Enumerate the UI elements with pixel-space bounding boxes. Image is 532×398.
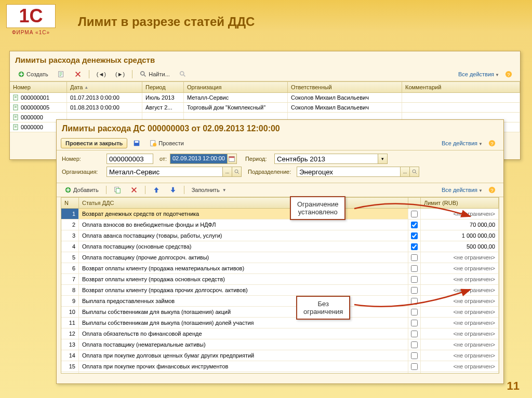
fill-button[interactable]: Заполнить▼ bbox=[188, 185, 230, 195]
nav-prev-button[interactable]: (◄) bbox=[93, 70, 110, 79]
limit-checkbox[interactable] bbox=[411, 331, 418, 337]
period-picker-button[interactable]: ▾ bbox=[378, 154, 388, 164]
row-number: 7 bbox=[61, 274, 79, 284]
limit-checkbox[interactable] bbox=[411, 320, 418, 326]
detail-help-button[interactable]: ? bbox=[485, 138, 499, 148]
all-actions-link[interactable]: Все действия▼ bbox=[458, 71, 499, 77]
article-row[interactable]: 6Возврат оплаты клиенту (продажа нематер… bbox=[61, 263, 499, 274]
limit-checkbox[interactable] bbox=[411, 352, 418, 359]
row-article: Оплата поставщику (нематериальные активы… bbox=[79, 339, 408, 350]
copy-icon bbox=[114, 186, 121, 194]
help-icon: ? bbox=[488, 140, 496, 147]
article-row[interactable]: 16Перечисление вклада в совместное предп… bbox=[61, 372, 499, 374]
col-date[interactable]: Дата▲ bbox=[67, 82, 142, 92]
article-row[interactable]: 4Оплата поставщику (основные средства)50… bbox=[61, 241, 499, 252]
grid-help-button[interactable]: ? bbox=[485, 185, 499, 195]
save-icon bbox=[133, 140, 140, 147]
add-row-button[interactable]: Добавить bbox=[61, 185, 102, 195]
col-comment[interactable]: Комментарий bbox=[402, 82, 520, 92]
clear-find-button[interactable] bbox=[176, 69, 190, 79]
arrow-to-checked bbox=[353, 198, 473, 224]
svg-rect-24 bbox=[172, 187, 174, 190]
article-row[interactable]: 12Оплата обязательств по финансовой арен… bbox=[61, 328, 499, 339]
col-n[interactable]: N bbox=[61, 198, 79, 208]
limit-checkbox[interactable] bbox=[411, 254, 418, 261]
document-icon bbox=[13, 94, 19, 101]
dept-label: Подразделение: bbox=[248, 169, 294, 175]
find-button[interactable]: Найти... bbox=[136, 69, 174, 79]
mark-delete-button[interactable] bbox=[71, 69, 85, 79]
nav-next-button[interactable]: (►) bbox=[112, 70, 128, 79]
limit-checkbox[interactable] bbox=[411, 265, 418, 272]
row-limit: <не ограничен> bbox=[421, 361, 499, 372]
limit-checkbox[interactable] bbox=[411, 276, 418, 283]
svg-text:?: ? bbox=[507, 72, 510, 77]
svg-text:?: ? bbox=[490, 187, 493, 193]
post-icon bbox=[150, 140, 157, 147]
org-label: Организация: bbox=[62, 169, 103, 175]
limit-checkbox[interactable] bbox=[411, 243, 418, 250]
chevron-down-icon: ▼ bbox=[222, 188, 227, 193]
col-number[interactable]: Номер bbox=[10, 82, 67, 92]
row-limit: <не ограничен> bbox=[421, 263, 499, 273]
delete-row-button[interactable] bbox=[127, 185, 141, 195]
row-article: Оплата аванса поставщику (товары, работы… bbox=[79, 230, 408, 241]
article-row[interactable]: 11Выплаты собственникам для выкупа (пога… bbox=[61, 318, 499, 328]
edit-button[interactable] bbox=[54, 69, 69, 79]
detail-actions-link[interactable]: Все действия▼ bbox=[442, 140, 483, 146]
article-row[interactable]: 3Оплата аванса поставщику (товары, работ… bbox=[61, 230, 499, 241]
document-icon bbox=[13, 124, 19, 130]
col-resp[interactable]: Ответственный bbox=[288, 82, 402, 92]
limit-checkbox[interactable] bbox=[411, 232, 418, 239]
col-org[interactable]: Организация bbox=[184, 82, 288, 92]
dept-select-button[interactable]: ... bbox=[401, 167, 410, 177]
row-article: Выплаты собственникам для выкупа (погаше… bbox=[79, 318, 408, 328]
row-limit: <не ограничен> bbox=[421, 274, 499, 284]
row-number: 14 bbox=[61, 350, 79, 361]
grid-actions-link[interactable]: Все действия▼ bbox=[442, 187, 483, 193]
create-button[interactable]: Создать bbox=[14, 69, 52, 79]
add-icon bbox=[64, 186, 72, 194]
post-close-button[interactable]: Провести и закрыть bbox=[61, 138, 127, 148]
row-limit: <не ограничен> bbox=[421, 318, 499, 328]
number-input[interactable] bbox=[107, 154, 153, 164]
row-article: Оплата обязательств по финансовой аренде bbox=[79, 328, 408, 339]
calendar-button[interactable] bbox=[228, 154, 237, 164]
sort-icon: ▲ bbox=[84, 85, 88, 90]
row-article: Возврат оплаты клиенту (продажа нематери… bbox=[79, 263, 408, 273]
limit-checkbox[interactable] bbox=[411, 363, 418, 370]
dept-open-button[interactable] bbox=[410, 167, 419, 177]
detail-title: Лимиты расхода ДС 000000003 от 02.09.201… bbox=[57, 120, 503, 136]
col-period[interactable]: Период bbox=[142, 82, 184, 92]
grid-toolbar: Добавить Заполнить▼ Все действия▼ ? bbox=[57, 183, 503, 197]
row-article: Оплата при покупке прочих финансовых инс… bbox=[79, 361, 408, 372]
period-input[interactable] bbox=[274, 154, 378, 164]
list-row[interactable]: 00000000101.07.2013 0:00:00Июль 2013Мета… bbox=[10, 93, 520, 103]
help-button[interactable]: ? bbox=[501, 69, 516, 79]
article-row[interactable]: 13Оплата поставщику (нематериальные акти… bbox=[61, 339, 499, 350]
list-row[interactable]: 00000000501.08.2013 0:00:00Август 2...То… bbox=[10, 103, 520, 113]
row-number: 8 bbox=[61, 285, 79, 295]
article-row[interactable]: 7Возврат оплаты клиенту (продажа основны… bbox=[61, 274, 499, 285]
date-input[interactable]: 02.09.2013 12:00:00 bbox=[170, 154, 228, 164]
article-row[interactable]: 14Оплата при покупке долговых ценных бум… bbox=[61, 350, 499, 361]
limit-checkbox[interactable] bbox=[411, 341, 418, 348]
article-row[interactable]: 15Оплата при покупке прочих финансовых и… bbox=[61, 361, 499, 372]
dept-input[interactable] bbox=[297, 167, 401, 177]
org-input[interactable] bbox=[107, 167, 223, 177]
document-icon bbox=[13, 114, 19, 120]
move-up-button[interactable] bbox=[149, 185, 164, 195]
article-row[interactable]: 5Оплата поставщику (прочие долгосроч. ак… bbox=[61, 252, 499, 263]
save-button[interactable] bbox=[129, 138, 144, 148]
help-icon: ? bbox=[488, 186, 496, 194]
org-open-button[interactable] bbox=[232, 167, 242, 177]
row-limit: <не ограничен> bbox=[421, 350, 499, 361]
arrow-right-icon: (►) bbox=[115, 71, 125, 77]
post-button[interactable]: Провести bbox=[146, 138, 188, 148]
move-down-button[interactable] bbox=[166, 185, 180, 195]
org-select-button[interactable]: ... bbox=[223, 167, 232, 177]
period-label: Период: bbox=[245, 156, 271, 162]
row-article: Оплата поставщику (основные средства) bbox=[79, 241, 408, 252]
row-number: 11 bbox=[61, 318, 79, 328]
copy-row-button[interactable] bbox=[110, 185, 125, 195]
